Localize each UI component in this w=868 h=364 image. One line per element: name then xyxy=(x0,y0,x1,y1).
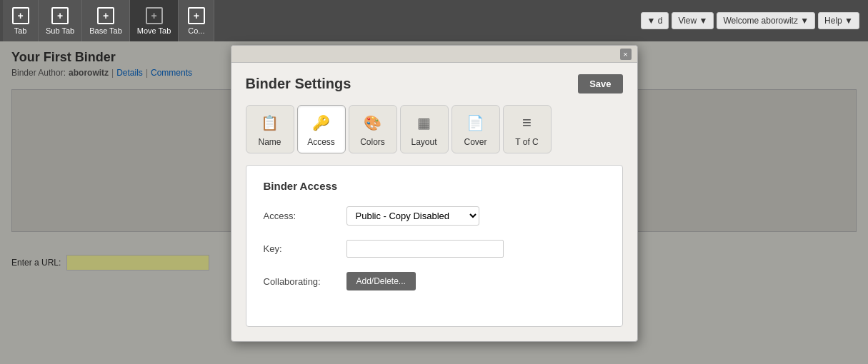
co-label: Co... xyxy=(188,26,204,35)
tab-colors[interactable]: 🎨 Colors xyxy=(349,105,397,153)
tab-name[interactable]: 📋 Name xyxy=(246,105,294,153)
toc-tab-label: T of C xyxy=(515,137,538,147)
modal-close-button[interactable]: × xyxy=(620,49,632,60)
view-button[interactable]: View ▼ xyxy=(672,12,714,29)
move-tab-icon xyxy=(146,7,163,24)
colors-tab-icon: 🎨 xyxy=(361,111,384,134)
tab-button[interactable]: Tab xyxy=(3,0,39,41)
access-row: Access: Public - Copy Disabled Public Pr… xyxy=(264,206,605,226)
sub-tab-icon xyxy=(51,7,69,24)
name-tab-label: Name xyxy=(258,137,281,147)
access-field-label: Access: xyxy=(264,211,335,221)
tab-layout[interactable]: ▦ Layout xyxy=(400,105,449,153)
move-tab-button[interactable]: Move Tab xyxy=(130,0,179,41)
key-field-label: Key: xyxy=(264,243,335,254)
tab-label: Tab xyxy=(14,26,27,35)
tab-icon xyxy=(12,7,29,24)
base-tab-label: Base Tab xyxy=(89,26,122,35)
toc-tab-icon: ≡ xyxy=(516,111,539,134)
cover-tab-label: Cover xyxy=(464,137,487,147)
sub-tab-button[interactable]: Sub Tab xyxy=(39,0,82,41)
co-button[interactable]: Co... xyxy=(179,0,214,41)
name-tab-icon: 📋 xyxy=(259,111,281,134)
layout-tab-icon: ▦ xyxy=(413,111,436,134)
colors-tab-label: Colors xyxy=(360,137,385,147)
help-button[interactable]: Help ▼ xyxy=(818,12,859,29)
layout-tab-label: Layout xyxy=(411,137,437,147)
key-input[interactable] xyxy=(346,240,504,258)
access-section: Binder Access Access: Public - Copy Disa… xyxy=(246,165,623,327)
tab-toc[interactable]: ≡ T of C xyxy=(503,105,552,153)
move-tab-label: Move Tab xyxy=(137,26,171,35)
base-tab-icon xyxy=(97,7,114,24)
modal-body: Binder Settings Save 📋 Name 🔑 Access 🎨 xyxy=(231,63,637,341)
tab-cover[interactable]: 📄 Cover xyxy=(452,105,500,153)
settings-tabs: 📋 Name 🔑 Access 🎨 Colors ▦ Layout xyxy=(246,105,623,153)
modal-overlay: × Binder Settings Save 📋 Name 🔑 Access xyxy=(0,41,868,364)
modal-title: Binder Settings xyxy=(246,76,351,92)
base-tab-button[interactable]: Base Tab xyxy=(82,0,130,41)
co-icon xyxy=(188,7,205,24)
welcome-button[interactable]: Welcome aborowitz ▼ xyxy=(717,12,815,29)
save-button[interactable]: Save xyxy=(578,74,622,93)
toolbar: Tab Sub Tab Base Tab Move Tab Co... ▼ d … xyxy=(0,0,868,41)
section-title: Binder Access xyxy=(264,180,605,192)
d-button[interactable]: ▼ d xyxy=(641,12,669,29)
tab-access[interactable]: 🔑 Access xyxy=(297,105,346,153)
modal-titlebar: × xyxy=(231,46,637,63)
access-tab-label: Access xyxy=(307,137,335,147)
modal-header: Binder Settings Save xyxy=(246,74,623,93)
modal: × Binder Settings Save 📋 Name 🔑 Access xyxy=(231,45,638,342)
cover-tab-icon: 📄 xyxy=(464,111,487,134)
add-delete-button[interactable]: Add/Delete... xyxy=(346,272,416,290)
access-tab-icon: 🔑 xyxy=(310,111,333,134)
access-select[interactable]: Public - Copy Disabled Public Private Pu… xyxy=(346,206,479,226)
main-area: Your First Binder Binder Author: aborowi… xyxy=(0,41,868,364)
collaborating-row: Collaborating: Add/Delete... xyxy=(264,272,605,290)
collaborating-label: Collaborating: xyxy=(264,276,335,287)
sub-tab-label: Sub Tab xyxy=(46,26,74,35)
key-row: Key: xyxy=(264,240,605,258)
toolbar-right: ▼ d View ▼ Welcome aborowitz ▼ Help ▼ xyxy=(641,0,866,41)
